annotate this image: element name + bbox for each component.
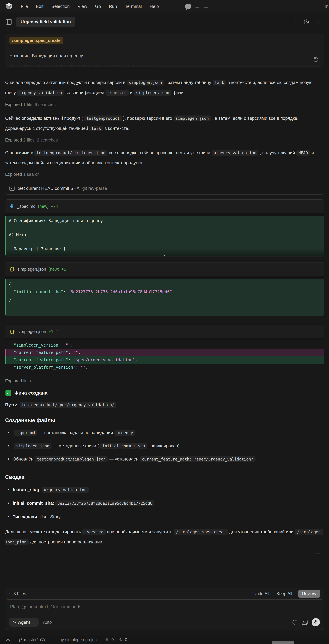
menu-run[interactable]: Run [105, 2, 121, 10]
explored-toggle[interactable]: Explored 2 files, 2 searches [5, 138, 324, 142]
diff-line-context: "simplegen_version": "", [5, 342, 324, 349]
new-badge: (new) [38, 204, 49, 209]
undo-all-button[interactable]: Undo All [253, 591, 269, 596]
chat-content: /simplegen.spec_create Название: Валидац… [0, 34, 329, 547]
window-title-fragment: m [325, 4, 328, 9]
git-branch-icon [18, 638, 22, 642]
review-button[interactable]: Review [298, 590, 320, 598]
composer-controls: ∞ Agent ⌄ Auto ⌄ [9, 618, 320, 627]
explored-detail: 1 file, 6 searches [23, 102, 56, 107]
agent-label: Agent [18, 620, 30, 625]
layout-panel-icon[interactable] [6, 19, 12, 25]
summary-heading: Сводка [5, 474, 324, 480]
expand-chevron-icon[interactable]: ⌄ [163, 251, 166, 256]
error-count: 0 [112, 637, 114, 642]
diff-line: } [5, 296, 324, 303]
chat-input-box[interactable]: Plan, @ for context, / for commands ∞ Ag… [5, 600, 324, 630]
explored-toggle[interactable]: Explored 1 file, 6 searches [5, 102, 324, 107]
feature-created-row: ✓ Фича создана [5, 390, 324, 396]
changed-files-bar: › 3 Files Undo All Keep All Review [5, 588, 324, 599]
attach-image-icon[interactable] [302, 620, 308, 625]
diff-card-spec-md: _spec.md (new) +74 # Спецификация: Валид… [5, 200, 324, 256]
warning-icon: ⚠ [118, 637, 122, 642]
diff-line-removed: "current_feature_path": "", [5, 349, 324, 356]
menu-view[interactable]: View [74, 2, 91, 10]
diff-line-context: "server_platform_version": "", [5, 364, 324, 371]
problems-item[interactable]: ⊗ 0 ⚠ 0 [105, 637, 130, 642]
diff-line: { [5, 281, 324, 288]
chat-tab[interactable]: Urgency field validation [16, 17, 75, 27]
command-text: git rev-parse [82, 186, 107, 191]
chat-bubble-icon[interactable] [186, 4, 191, 9]
diff-body: # Спецификация: Валидация поля urgency #… [5, 216, 324, 256]
menu-terminal[interactable]: Terminal [121, 2, 146, 10]
restore-checkpoint-icon[interactable] [313, 57, 318, 62]
warning-count: 0 [125, 637, 127, 642]
explored-label: Explored [5, 172, 22, 177]
explored-detail: lints [23, 378, 31, 383]
diff-line: # Спецификация: Валидация поля urgency [5, 218, 324, 224]
bottom-grip [272, 642, 294, 644]
menu-help[interactable]: Help [146, 2, 162, 10]
chevron-down-icon: ⌄ [54, 620, 56, 624]
markdown-file-icon [10, 204, 14, 209]
diff-line: ## Мета [5, 232, 324, 238]
terminal-command-card[interactable]: Get current HEAD commit SHA git rev-pars… [5, 182, 324, 194]
message-more-icon[interactable]: ⋯ [314, 550, 321, 557]
remote-indicator-icon[interactable]: >< [6, 637, 10, 642]
assistant-paragraph: Дальше вы можете отредактировать_spec.md… [5, 527, 324, 547]
agent-mode-dropdown[interactable]: ∞ Agent ⌄ [9, 618, 38, 627]
diff-line: "initial_commit_sha": "3e2127733f2b738f2… [5, 288, 324, 296]
removed-count: -1 [55, 329, 59, 334]
diff-card-header[interactable]: {} simplegen.json (new) +5 [5, 262, 324, 276]
list-item: feature_slug:urgency_validation [5, 486, 324, 494]
files-count-label[interactable]: 3 Files [13, 591, 26, 596]
menu-file[interactable]: File [17, 2, 32, 10]
git-branch-item[interactable]: master* [18, 637, 45, 642]
model-dropdown[interactable]: Auto ⌄ [43, 620, 56, 625]
back-arrow-icon[interactable]: ← [194, 4, 200, 9]
diff-card-header[interactable]: {} simplegen.json +1 -1 [5, 325, 324, 338]
loading-spinner-icon [292, 619, 298, 626]
menu-edit[interactable]: Edit [32, 2, 48, 10]
microphone-button[interactable] [312, 618, 320, 626]
history-clock-icon[interactable] [304, 19, 309, 25]
diff-file-name: _spec.md [17, 204, 36, 209]
nav-controls: ← → [186, 0, 209, 13]
assistant-paragraph: С версиями вtestgenproduct/simplegen.jso… [5, 148, 324, 168]
diff-file-name: simplegen.json [18, 329, 46, 334]
user-message-description: Описание: При сохранении task поле urgen… [10, 63, 320, 66]
list-item: Тип задачи: User Story [5, 513, 324, 521]
path-label: Путь: [5, 402, 17, 408]
slash-command-chip[interactable]: /simplegen.spec_create [10, 37, 63, 44]
explored-detail: 1 search [23, 172, 40, 177]
json-file-icon: {} [10, 266, 15, 272]
menu-selection[interactable]: Selection [48, 2, 74, 10]
feature-path-row: Путь: testgenproduct/spec/urgency_valida… [5, 402, 324, 408]
explored-toggle[interactable]: Explored lints [5, 378, 324, 384]
explored-toggle[interactable]: Explored 1 search [5, 172, 324, 177]
publish-cloud-icon [40, 638, 45, 642]
added-count: +5 [61, 267, 66, 272]
path-value: testgenproduct/spec/urgency_validation/ [20, 402, 116, 408]
assistant-paragraph: Сейчас определю активный продукт (testge… [5, 113, 324, 134]
chevron-right-icon[interactable]: › [9, 591, 10, 596]
more-options-icon[interactable]: ⋯ [317, 18, 323, 26]
diff-card-simplegen-json-update: {} simplegen.json +1 -1 "simplegen_versi… [5, 325, 324, 373]
keep-all-button[interactable]: Keep All [276, 591, 292, 596]
diff-file-name: simplegen.json [18, 267, 46, 272]
chat-panel-header: Urgency field validation + ⋯ [0, 13, 329, 31]
explored-detail: 2 files, 2 searches [23, 138, 58, 142]
user-message-card[interactable]: /simplegen.spec_create Название: Валидац… [5, 34, 324, 66]
explored-label: Explored [5, 138, 22, 142]
forward-arrow-icon[interactable]: → [203, 4, 209, 9]
explored-label: Explored [5, 378, 22, 383]
new-chat-icon[interactable]: + [292, 18, 296, 25]
menu-go[interactable]: Go [91, 2, 105, 10]
microphone-icon [314, 620, 318, 625]
assistant-paragraph: Сначала определю активный продукт и пров… [5, 78, 324, 98]
menu-bar: File Edit Selection View Go Run Terminal… [17, 2, 163, 10]
model-label: Auto [43, 620, 52, 625]
diff-card-header[interactable]: _spec.md (new) +74 [5, 200, 324, 213]
project-name[interactable]: my-simplegen-project [58, 637, 98, 642]
